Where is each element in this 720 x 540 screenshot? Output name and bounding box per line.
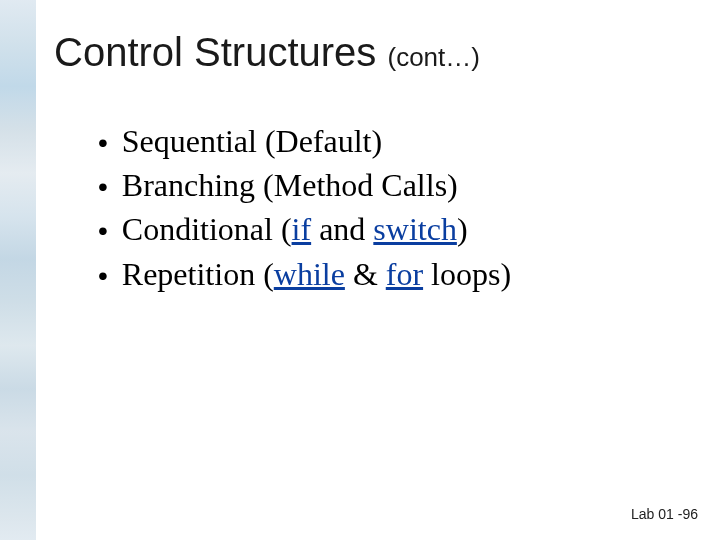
list-item: • Branching (Method Calls) [98, 164, 658, 206]
list-item: • Conditional (if and switch) [98, 208, 658, 250]
title-main: Control Structures [54, 30, 376, 74]
keyword-while: while [274, 256, 345, 292]
text-post: loops) [423, 256, 511, 292]
bullet-dot-icon: • [98, 214, 108, 248]
text-pre: Repetition ( [122, 256, 274, 292]
list-item: • Repetition (while & for loops) [98, 253, 658, 295]
keyword-for: for [386, 256, 423, 292]
bullet-dot-icon: • [98, 126, 108, 160]
text-pre: Conditional ( [122, 211, 292, 247]
bullet-dot-icon: • [98, 259, 108, 293]
decorative-sidebar [0, 0, 36, 540]
title-continuation: (cont…) [387, 42, 479, 72]
text-post: ) [457, 211, 468, 247]
keyword-switch: switch [373, 211, 457, 247]
bullet-dot-icon: • [98, 170, 108, 204]
list-item: • Sequential (Default) [98, 120, 658, 162]
keyword-if: if [292, 211, 312, 247]
slide-title: Control Structures (cont…) [54, 30, 480, 75]
bullet-text: Repetition (while & for loops) [122, 253, 511, 295]
text-mid: & [345, 256, 386, 292]
bullet-text: Branching (Method Calls) [122, 164, 458, 206]
bullet-list: • Sequential (Default) • Branching (Meth… [98, 120, 658, 297]
bullet-text: Conditional (if and switch) [122, 208, 468, 250]
slide-footer: Lab 01 -96 [631, 506, 698, 522]
text-mid: and [311, 211, 373, 247]
bullet-text: Sequential (Default) [122, 120, 382, 162]
